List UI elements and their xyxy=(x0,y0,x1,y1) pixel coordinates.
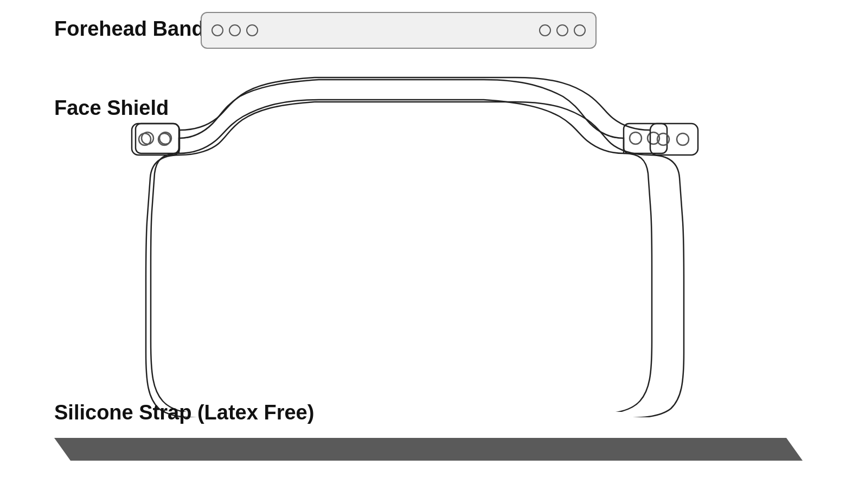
silicone-strap-label: Silicone Strap (Latex Free) xyxy=(54,401,314,424)
silicone-strap xyxy=(54,438,803,461)
forehead-hole-4 xyxy=(539,24,551,36)
forehead-right-holes xyxy=(539,24,586,36)
svg-point-11 xyxy=(677,133,689,145)
svg-point-7 xyxy=(139,133,151,145)
forehead-band xyxy=(201,12,597,49)
svg-point-10 xyxy=(657,133,669,145)
forehead-band-label: Forehead Band xyxy=(54,17,204,41)
main-container: Forehead Band Face Shield xyxy=(0,0,846,504)
forehead-left-holes xyxy=(211,24,258,36)
svg-point-8 xyxy=(158,133,170,145)
forehead-hole-3 xyxy=(246,24,258,36)
face-shield-drawing xyxy=(127,60,702,417)
forehead-hole-2 xyxy=(229,24,241,36)
forehead-hole-5 xyxy=(556,24,568,36)
forehead-hole-6 xyxy=(574,24,586,36)
forehead-hole-1 xyxy=(211,24,223,36)
